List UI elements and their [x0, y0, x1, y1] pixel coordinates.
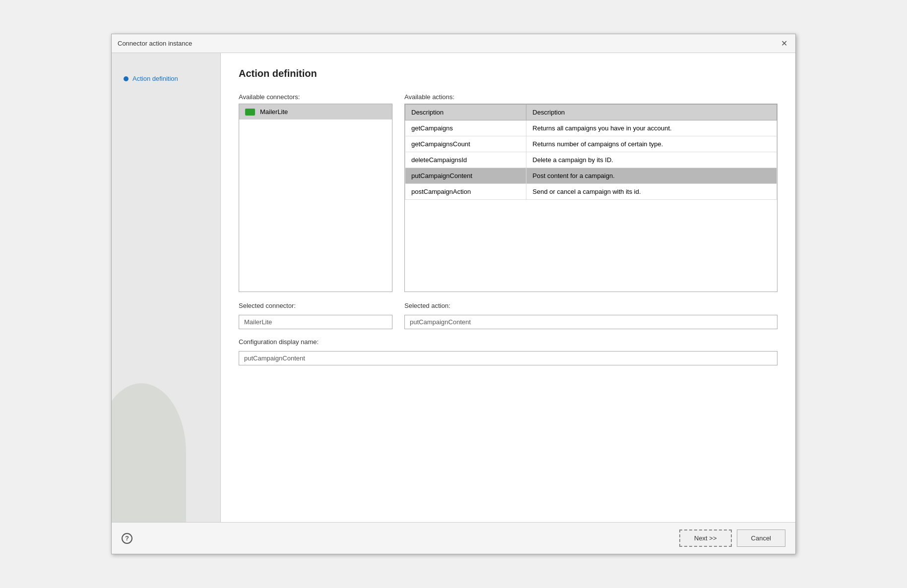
connectors-col: Available connectors: MailerLite [239, 93, 392, 292]
sidebar-item-action-definition[interactable]: Action definition [120, 73, 212, 84]
dialog-body: Action definition Action definition Avai… [112, 53, 795, 522]
selected-connector-input[interactable] [239, 315, 392, 329]
sidebar-item-label: Action definition [132, 75, 178, 82]
config-name-row: Configuration display name: [239, 338, 777, 365]
title-bar: Connector action instance ✕ [112, 34, 795, 53]
available-actions-label: Available actions: [404, 93, 777, 101]
sidebar-bullet [124, 76, 129, 81]
footer-left: ? [122, 533, 132, 544]
footer-right: Next >> Cancel [679, 529, 785, 547]
connector-name: MailerLite [260, 108, 288, 116]
action-description-cell: Send or cancel a campaign with its id. [526, 184, 777, 200]
config-display-name-label: Configuration display name: [239, 338, 777, 346]
connector-item-mailerlite[interactable]: MailerLite [239, 104, 392, 119]
col-header-description-1: Description [405, 105, 526, 120]
action-name-cell: deleteCampaignsId [405, 152, 526, 168]
action-description-cell: Returns number of campaigns of certain t… [526, 136, 777, 152]
main-content: Action definition Available connectors: … [221, 53, 795, 522]
table-row[interactable]: deleteCampaignsIdDelete a campaign by it… [405, 152, 777, 168]
config-display-name-input[interactable] [239, 351, 777, 365]
actions-col: Available actions: Description Descripti… [404, 93, 777, 292]
action-name-cell: putCampaignContent [405, 168, 526, 184]
action-description-cell: Returns all campaigns you have in your a… [526, 120, 777, 136]
table-row[interactable]: getCampaignsCountReturns number of campa… [405, 136, 777, 152]
action-description-cell: Delete a campaign by its ID. [526, 152, 777, 168]
table-row[interactable]: getCampaignsReturns all campaigns you ha… [405, 120, 777, 136]
selected-fields-row: Selected connector: Selected action: [239, 302, 777, 329]
action-description-cell: Post content for a campaign. [526, 168, 777, 184]
actions-table-wrapper: Description Description getCampaignsRetu… [404, 104, 777, 292]
selected-connector-label: Selected connector: [239, 302, 392, 309]
selected-action-label: Selected action: [404, 302, 777, 309]
action-name-cell: getCampaigns [405, 120, 526, 136]
cancel-button[interactable]: Cancel [737, 529, 785, 547]
selected-action-group: Selected action: [404, 302, 777, 329]
connector-icon [245, 109, 255, 116]
selected-action-input[interactable] [404, 315, 777, 329]
action-name-cell: getCampaignsCount [405, 136, 526, 152]
dialog: Connector action instance ✕ Action defin… [111, 34, 796, 554]
col-header-description-2: Description [526, 105, 777, 120]
selected-connector-group: Selected connector: [239, 302, 392, 329]
next-button[interactable]: Next >> [679, 529, 732, 547]
sidebar: Action definition [112, 53, 221, 522]
table-row[interactable]: postCampaignActionSend or cancel a campa… [405, 184, 777, 200]
action-name-cell: postCampaignAction [405, 184, 526, 200]
config-display-name-group: Configuration display name: [239, 338, 777, 365]
dialog-footer: ? Next >> Cancel [112, 522, 795, 554]
close-button[interactable]: ✕ [778, 38, 789, 49]
connector-list[interactable]: MailerLite [239, 104, 392, 292]
connectors-actions-section: Available connectors: MailerLite Availab… [239, 93, 777, 292]
available-connectors-label: Available connectors: [239, 93, 392, 101]
bottom-section: Selected connector: Selected action: Con… [239, 302, 777, 365]
dialog-title: Connector action instance [118, 40, 192, 47]
actions-table: Description Description getCampaignsRetu… [405, 104, 777, 200]
help-button[interactable]: ? [122, 533, 132, 544]
table-row[interactable]: putCampaignContentPost content for a cam… [405, 168, 777, 184]
page-title: Action definition [239, 68, 777, 79]
